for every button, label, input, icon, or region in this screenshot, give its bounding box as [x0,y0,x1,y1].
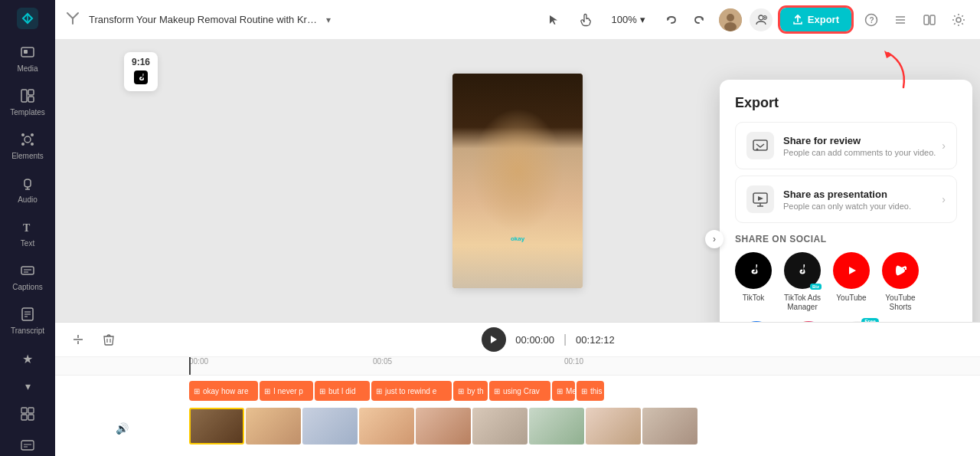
video-thumb-1[interactable] [246,408,301,445]
sidebar-item-media[interactable]: Media [5,38,51,79]
social-yt-shorts[interactable]: YouTube Shorts [879,252,922,312]
trim-button[interactable] [67,329,89,350]
text-icon: T [20,219,35,237]
volume-icon[interactable]: 🔊 [116,422,129,435]
export-panel-container: Export [720,40,980,322]
collab-button[interactable] [750,8,773,31]
svg-rect-15 [21,267,34,274]
sidebar-item-transcript[interactable]: Transcript [5,300,51,341]
project-title: Transform Your Makeup Removal Routine wi… [89,14,318,25]
panel-scroll-right[interactable]: › [705,230,724,248]
video-thumb-5[interactable] [472,408,528,445]
canvas-area: 9:16 okay [55,40,980,322]
topbar-logo [64,10,81,30]
share-review-option[interactable]: Share for review People can add comments… [735,122,957,169]
star-icon: ★ [22,353,33,366]
zoom-control[interactable]: 100% ▾ [606,11,652,28]
menu-button[interactable] [888,8,913,32]
app-logo [14,8,41,29]
zoom-value: 100% [612,14,637,25]
transcript-icon [20,307,35,324]
sidebar-item-templates[interactable]: Templates [5,82,51,123]
time-separator: | [564,333,567,346]
hand-tool-button[interactable] [573,8,598,32]
share-presentation-chevron: › [942,193,946,205]
sidebar-item-elements[interactable]: Elements [5,126,51,166]
svg-rect-6 [28,97,34,102]
sidebar-item-label-captions: Captions [12,283,42,291]
sidebar-item-text[interactable]: T Text [5,213,51,254]
clip-7[interactable]: ⊞ Me [552,381,575,401]
video-thumb-8[interactable] [642,408,697,445]
clip-8[interactable]: ⊞ this [577,381,604,401]
subtitle-icon [21,438,34,454]
elements-icon [20,132,35,149]
delete-button[interactable] [98,329,119,350]
topbar: Transform Your Makeup Removal Routine wi… [55,0,980,40]
caption-track: ⊞ okay how are ⊞ I never p ⊞ but I did [55,376,980,406]
clip-3[interactable]: ⊞ but I did [315,381,370,401]
tiktok-ads-icon: Biz [784,252,821,289]
aspect-ratio-badge[interactable]: 9:16 [124,52,158,91]
undo-button[interactable] [659,8,684,32]
svg-rect-23 [28,408,34,413]
video-frame: okay [452,74,583,288]
sidebar-item-star[interactable]: ★ [5,347,51,372]
clip-2[interactable]: ⊞ I never p [260,381,313,401]
video-thumb-6[interactable] [529,408,584,445]
share-review-chevron: › [942,139,946,152]
sidebar-item-expand[interactable]: ▾ [5,375,51,398]
track-sidebar-video: 🔊 [55,422,189,435]
title-chevron[interactable]: ▾ [326,15,331,25]
clip-5[interactable]: ⊞ by th [453,381,488,401]
sidebar-item-captions[interactable]: Captions [5,257,51,297]
svg-rect-42 [930,15,935,25]
social-schedule[interactable]: Free Schedule [839,321,876,322]
share-presentation-option[interactable]: Share as presentation People can only wa… [735,176,957,223]
sidebar-item-subtitle[interactable] [5,432,51,456]
social-youtube[interactable]: YouTube [833,252,870,312]
sidebar-item-label-elements: Elements [11,152,44,160]
social-facebook[interactable]: f Facebook Page [735,321,778,322]
clip-1[interactable]: ⊞ okay how are [189,381,258,401]
svg-rect-4 [21,90,27,102]
settings-button[interactable] [946,8,971,32]
timeline-controls: 00:00:00 | 00:12:12 [55,323,980,357]
svg-point-7 [24,136,31,143]
svg-rect-5 [28,90,34,95]
export-button[interactable]: Export [780,8,851,31]
play-button[interactable] [482,327,506,352]
redo-button[interactable] [687,8,711,32]
svg-point-31 [724,22,737,31]
timeline-ruler: 00:00 00:05 00:10 [55,357,980,376]
topbar-icons-group: ? [859,8,971,32]
ruler-mark-0: 00:00 [189,357,208,366]
video-thumb-7[interactable] [586,408,641,445]
video-thumb-0[interactable] [189,408,244,445]
video-thumb-3[interactable] [359,408,414,445]
clip-label-7: Me [566,387,575,395]
clip-6[interactable]: ⊞ using Crav [489,381,550,401]
help-button[interactable]: ? [859,8,884,32]
split-view-button[interactable] [917,8,942,32]
grid-icon [21,407,34,423]
clip-4[interactable]: ⊞ just to rewind e [371,381,452,401]
ruler-mark-1: 00:05 [373,357,392,366]
aspect-ratio-value: 9:16 [132,57,150,67]
svg-point-8 [21,133,24,136]
share-review-icon [746,132,774,159]
face-image [452,74,583,288]
cursor-tool-button[interactable] [541,8,566,32]
expand-icon: ▾ [25,381,31,392]
social-instagram[interactable]: Instagram Reels [787,321,830,322]
user-avatar[interactable] [719,8,742,31]
video-thumb-2[interactable] [302,408,358,445]
tiktok-ads-label: TikTok Ads Manager [781,294,824,312]
sidebar-item-audio[interactable]: Audio [5,169,51,210]
social-tiktok-ads[interactable]: Biz TikTok Ads Manager [781,252,824,312]
sidebar-item-grid[interactable] [5,401,51,429]
instagram-icon [790,321,827,322]
svg-rect-24 [21,415,27,420]
video-thumb-4[interactable] [416,408,471,445]
social-tiktok[interactable]: TikTok [735,252,772,312]
